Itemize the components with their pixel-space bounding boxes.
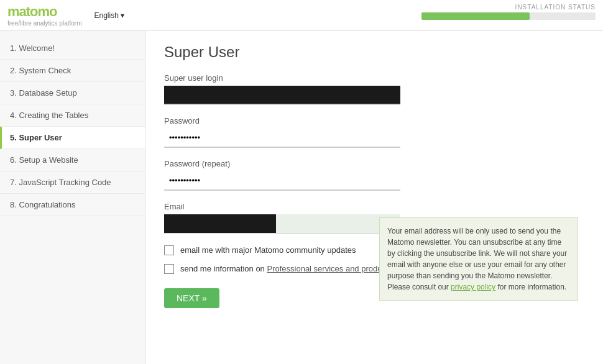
tooltip-text: Your email address will be only used to … bbox=[387, 227, 567, 291]
checkbox1-label: email me with major Matomo community upd… bbox=[180, 245, 356, 256]
page-title: Super User bbox=[164, 43, 584, 61]
chevron-down-icon: ▾ bbox=[121, 11, 124, 20]
login-label: Super user login bbox=[164, 73, 584, 83]
privacy-policy-link[interactable]: privacy policy bbox=[451, 283, 495, 291]
sidebar-item-creating-tables[interactable]: 4. Creating the Tables bbox=[0, 104, 145, 127]
password-input[interactable] bbox=[164, 129, 400, 147]
main-layout: 1. Welcome! 2. System Check 3. Database … bbox=[0, 31, 603, 364]
sidebar-item-setup-website[interactable]: 6. Setup a Website bbox=[0, 149, 145, 171]
email-tooltip: Your email address will be only used to … bbox=[379, 217, 578, 301]
sidebar-item-super-user[interactable]: 5. Super User bbox=[0, 127, 145, 149]
checkbox2[interactable] bbox=[164, 264, 174, 274]
sidebar-item-welcome[interactable]: 1. Welcome! bbox=[0, 37, 145, 60]
email-underline bbox=[164, 233, 400, 234]
email-input-container bbox=[164, 214, 400, 233]
tooltip-suffix: for more information. bbox=[495, 283, 566, 291]
progress-bar-fill bbox=[421, 12, 530, 20]
sidebar-item-congratulations[interactable]: 8. Congratulations bbox=[0, 194, 145, 216]
language-selector[interactable]: English ▾ bbox=[94, 11, 124, 20]
password-label: Password bbox=[164, 116, 584, 125]
sidebar-item-tracking-code[interactable]: 7. JavaScript Tracking Code bbox=[0, 171, 145, 194]
checkbox1[interactable] bbox=[164, 245, 174, 255]
email-dark-part bbox=[164, 214, 276, 233]
professional-services-link[interactable]: Professional services and products bbox=[267, 264, 392, 273]
installation-status-label: INSTALLATION STATUS bbox=[515, 4, 596, 11]
password-repeat-input[interactable] bbox=[164, 171, 400, 190]
login-underline bbox=[164, 104, 400, 105]
logo-area: matomo free/libre analytics platform bbox=[7, 4, 82, 27]
password-repeat-underline bbox=[164, 190, 400, 191]
password-group: Password bbox=[164, 116, 584, 148]
sidebar: 1. Welcome! 2. System Check 3. Database … bbox=[0, 31, 145, 364]
password-underline bbox=[164, 147, 400, 148]
installation-status-area: INSTALLATION STATUS bbox=[421, 4, 596, 20]
email-label: Email bbox=[164, 202, 584, 211]
checkbox2-prefix: send me information on bbox=[180, 264, 267, 273]
password-repeat-label: Password (repeat) bbox=[164, 159, 584, 168]
login-group: Super user login bbox=[164, 73, 584, 105]
language-label: English bbox=[94, 11, 119, 20]
top-bar: matomo free/libre analytics platform Eng… bbox=[0, 0, 603, 31]
tagline: free/libre analytics platform bbox=[7, 20, 82, 27]
content-relative: Super User Super user login Password Pas… bbox=[164, 43, 584, 308]
progress-bar-container bbox=[421, 12, 596, 20]
content-area: Super User Super user login Password Pas… bbox=[145, 31, 603, 364]
login-input[interactable] bbox=[164, 86, 400, 104]
password-repeat-group: Password (repeat) bbox=[164, 159, 584, 191]
sidebar-item-system-check[interactable]: 2. System Check bbox=[0, 60, 145, 82]
logo: matomo bbox=[7, 4, 82, 20]
next-button[interactable]: NEXT » bbox=[164, 288, 219, 308]
sidebar-item-database-setup[interactable]: 3. Database Setup bbox=[0, 82, 145, 104]
